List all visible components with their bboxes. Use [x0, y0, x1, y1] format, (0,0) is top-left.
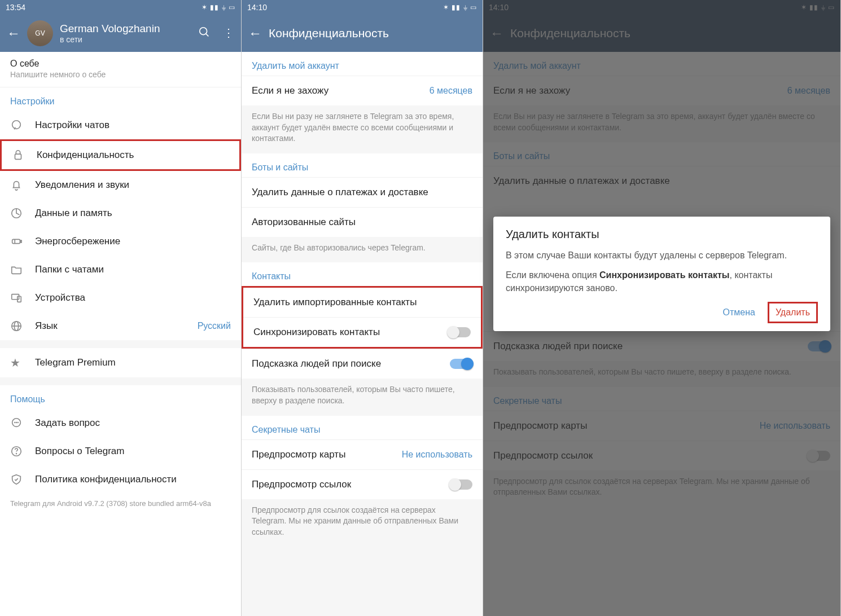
row-folders[interactable]: Папки с чатами	[0, 256, 241, 284]
row-premium[interactable]: ★ Telegram Premium	[0, 348, 241, 377]
back-icon[interactable]: ←	[7, 25, 27, 41]
svg-rect-3	[15, 154, 21, 159]
version-text: Telegram для Android v9.7.2 (3708) store…	[0, 494, 241, 510]
status-bar: 13:54 ✶ ▮▮ ⏚ ▭	[0, 0, 241, 15]
more-icon[interactable]: ⋮	[223, 26, 234, 41]
about-section[interactable]: О себе Напишите немного о себе	[0, 52, 241, 87]
svg-point-18	[16, 454, 17, 454]
section-help: Помощь	[0, 385, 241, 409]
svg-point-15	[16, 423, 17, 423]
settings-pane: 13:54 ✶ ▮▮ ⏚ ▭ ← GV German Vologzhanin в…	[0, 0, 242, 616]
battery-icon	[10, 235, 35, 248]
data-icon	[10, 207, 35, 219]
section-bots: Боты и сайты	[242, 153, 483, 177]
section-delete-account: Удалить мой аккаунт	[242, 52, 483, 76]
row-ask[interactable]: Задать вопрос	[0, 409, 241, 437]
suggest-desc: Показывать пользователей, которым Вы час…	[242, 379, 483, 415]
status-icons: ✶ ▮▮ ⏚ ▭	[202, 3, 235, 11]
folder-icon	[10, 263, 35, 276]
row-map-preview[interactable]: Предпросмотр карты Не использовать	[242, 439, 483, 469]
suggest-toggle[interactable]	[450, 359, 472, 369]
status-time: 13:54	[6, 3, 25, 12]
if-away-desc: Если Вы ни разу не заглянете в Telegram …	[242, 105, 483, 153]
map-preview-value: Не использовать	[402, 450, 472, 460]
dialog-text-1: В этом случае Ваши контакты будут удален…	[506, 249, 818, 262]
auth-desc: Сайты, где Вы авторизовались через Teleg…	[242, 237, 483, 263]
page-header: ← Конфиденциальность	[242, 15, 483, 52]
status-icons: ✶ ▮▮ ⏚ ▭	[443, 3, 477, 11]
status-bar: 14:10 ✶ ▮▮ ⏚ ▭	[242, 0, 483, 15]
devices-icon	[10, 292, 35, 304]
dialog-text-2: Если включена опция Синхронизировать кон…	[506, 269, 818, 294]
profile-header: ← GV German Vologzhanin в сети ⋮	[0, 15, 241, 52]
lock-icon	[12, 149, 37, 161]
link-desc: Предпросмотр для ссылок создаётся на сер…	[242, 499, 483, 547]
row-auth-sites[interactable]: Авторизованные сайты	[242, 207, 483, 237]
row-policy[interactable]: Политика конфиденциальности	[0, 465, 241, 494]
bell-icon	[10, 179, 35, 191]
row-power[interactable]: Энергосбережение	[0, 227, 241, 256]
svg-point-2	[12, 121, 21, 129]
row-if-away[interactable]: Если я не захожу 6 месяцев	[242, 76, 483, 105]
shield-icon	[10, 473, 35, 486]
svg-point-0	[200, 27, 207, 34]
row-delete-imported[interactable]: Удалить импортированные контакты	[243, 288, 481, 317]
row-link-preview[interactable]: Предпросмотр ссылок	[242, 469, 483, 499]
row-devices[interactable]: Устройства	[0, 284, 241, 312]
row-chat-settings[interactable]: Настройки чатов	[0, 111, 241, 139]
row-faq[interactable]: Вопросы о Telegram	[0, 437, 241, 465]
cancel-button[interactable]: Отмена	[715, 302, 763, 323]
svg-point-14	[15, 423, 15, 423]
row-sync-contacts[interactable]: Синхронизировать контакты	[243, 317, 481, 347]
row-language[interactable]: Язык Русский	[0, 312, 241, 340]
about-hint: Напишите немного о себе	[10, 70, 231, 79]
section-secret: Секретные чаты	[242, 416, 483, 439]
search-icon[interactable]	[198, 26, 211, 41]
language-value: Русский	[198, 321, 231, 331]
privacy-pane: 14:10 ✶ ▮▮ ⏚ ▭ ← Конфиденциальность Удал…	[242, 0, 483, 616]
chat-icon	[10, 119, 35, 131]
dialog-title: Удалить контакты	[506, 228, 818, 241]
section-settings: Настройки	[0, 87, 241, 111]
star-icon: ★	[10, 356, 35, 369]
row-suggest[interactable]: Подсказка людей при поиске	[242, 349, 483, 379]
row-notifications[interactable]: Уведомления и звуки	[0, 171, 241, 199]
delete-button[interactable]: Удалить	[768, 302, 818, 323]
page-title: Конфиденциальность	[269, 27, 476, 40]
if-away-value: 6 месяцев	[430, 86, 472, 96]
svg-rect-5	[12, 239, 20, 243]
sync-toggle[interactable]	[448, 327, 471, 337]
svg-line-1	[206, 33, 209, 36]
row-data[interactable]: Данные и память	[0, 199, 241, 227]
privacy-dialog-pane: 14:10 ✶ ▮▮ ⏚ ▭ ← Конфиденциальность Удал…	[483, 0, 841, 616]
row-privacy[interactable]: Конфиденциальность	[0, 139, 241, 171]
back-icon[interactable]: ←	[248, 25, 269, 41]
section-contacts: Контакты	[242, 262, 483, 286]
status-time: 14:10	[247, 3, 267, 12]
delete-contacts-dialog: Удалить контакты В этом случае Ваши конт…	[493, 217, 830, 331]
user-status: в сети	[60, 35, 198, 44]
contacts-highlight: Удалить импортированные контакты Синхрон…	[242, 286, 483, 349]
svg-point-16	[17, 423, 18, 423]
avatar[interactable]: GV	[27, 20, 53, 46]
globe-icon	[10, 320, 35, 332]
row-delete-payment[interactable]: Удалить данные о платежах и доставке	[242, 177, 483, 207]
question-chat-icon	[10, 417, 35, 429]
help-icon	[10, 445, 35, 457]
about-label: О себе	[10, 59, 231, 69]
link-toggle[interactable]	[450, 479, 472, 490]
user-name: German Vologzhanin	[60, 23, 198, 35]
svg-rect-6	[20, 240, 21, 243]
